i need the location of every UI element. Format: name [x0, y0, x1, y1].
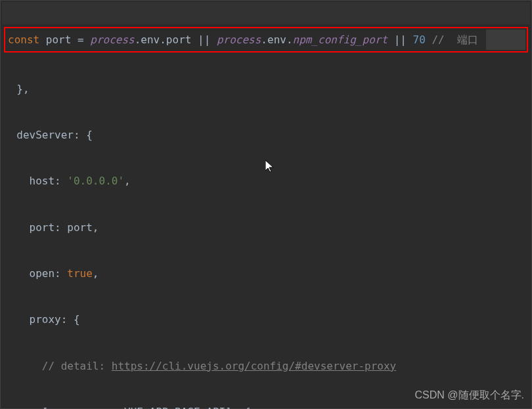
code-line: // detail: https://cli.vuejs.org/config/…: [4, 355, 528, 377]
code-editor[interactable]: const port = process.env.port || process…: [4, 4, 528, 409]
watermark-text: CSDN @随便取个名字.: [415, 389, 524, 402]
code-line: open: true,: [4, 262, 528, 285]
code-line: host: '0.0.0.0',: [4, 169, 528, 192]
highlighted-port-line: const port = process.env.port || process…: [4, 27, 528, 53]
code-line: },: [4, 77, 528, 100]
code-line: port: port,: [4, 216, 528, 239]
proxy-docs-link[interactable]: https://cli.vuejs.org/config/#devserver-…: [112, 360, 396, 372]
code-line: devServer: {: [4, 123, 528, 146]
keyword-const: const: [8, 33, 39, 46]
code-line: proxy: {: [4, 308, 528, 331]
